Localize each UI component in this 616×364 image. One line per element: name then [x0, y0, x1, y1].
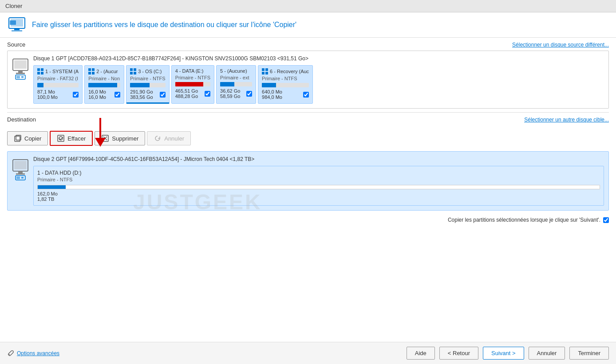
partition-checkbox-2[interactable]	[160, 92, 166, 98]
svg-rect-13	[37, 68, 40, 71]
partition-type: Primaire - ext	[220, 75, 252, 80]
dest-partition-name: 1 - DATA HDD (D:)	[37, 170, 600, 176]
svg-rect-25	[262, 68, 265, 71]
partition-sizes: 465,51 Go 488,28 Go	[175, 88, 198, 99]
svg-rect-16	[41, 72, 43, 74]
svg-rect-17	[88, 68, 91, 71]
partition-card-3[interactable]: 4 - DATA (E:) Primaire - NTFS 465,51 Go …	[171, 65, 214, 104]
partition-card-5[interactable]: 6 - Recovery (Auc Primaire - NTFS 640,0 …	[258, 65, 313, 104]
svg-rect-27	[262, 72, 265, 74]
svg-rect-45	[16, 176, 20, 179]
svg-rect-42	[18, 171, 23, 173]
partition-card-0[interactable]: 1 - SYSTEM (A Primaire - FAT32 (I 87,1 M…	[33, 65, 83, 104]
dest-size1: 162,0 Mo	[37, 191, 600, 196]
svg-rect-4	[10, 20, 16, 25]
partition-card-4[interactable]: 5 - (Aucune) Primaire - ext 36,62 Go 58,…	[216, 65, 256, 104]
partition-sizes: 16,0 Mo 16,0 Mo	[88, 89, 106, 100]
partition-type: Primaire - FAT32 (I	[37, 76, 79, 81]
svg-rect-10	[16, 76, 20, 78]
partition-sizes: 640,0 Mo 984,0 Mo	[262, 89, 282, 100]
partition-type: Primaire - NTFS	[130, 76, 165, 81]
svg-rect-26	[265, 68, 268, 71]
svg-rect-22	[134, 68, 136, 71]
windows-icon	[130, 68, 136, 74]
windows-icon	[37, 68, 43, 74]
back-button[interactable]: < Retour	[439, 347, 478, 360]
svg-rect-19	[88, 72, 91, 74]
svg-rect-24	[134, 72, 136, 74]
windows-icon	[88, 68, 95, 74]
partition-card-2[interactable]: 3 - OS (C:) Primaire - NTFS 291,90 Go 38…	[126, 65, 169, 104]
destination-label: Destination	[7, 116, 36, 123]
dest-monitor-icon	[12, 159, 29, 182]
windows-icon	[262, 68, 268, 74]
dest-disk-title: Disque 2 GPT [46F79994-10DF-4C50-A61C-16…	[33, 156, 604, 162]
partition-card-1[interactable]: 2 - (Aucur Primaire - Non 16,0 Mo 16,0 M…	[84, 65, 124, 104]
erase-button[interactable]: Effacer	[50, 131, 93, 146]
instruction-text: Faire glisser les partitions vers le dis…	[32, 21, 296, 29]
window-title: Cloner	[5, 3, 22, 9]
copy-button[interactable]: Copier	[7, 131, 48, 145]
svg-rect-20	[92, 72, 95, 74]
partition-sizes: 36,62 Go 58,59 Go	[220, 88, 240, 99]
copy-checkbox[interactable]	[603, 217, 609, 223]
red-arrow	[87, 116, 114, 151]
finish-button[interactable]: Terminer	[569, 347, 609, 360]
help-button[interactable]: Aide	[407, 347, 435, 360]
cancel-button[interactable]: Annuler	[147, 131, 191, 145]
partition-sizes: 291,90 Go 383,56 Go	[130, 89, 153, 100]
partition-name: 5 - (Aucune)	[220, 68, 247, 74]
source-link[interactable]: Sélectionner un disque source différent.…	[512, 42, 609, 48]
svg-rect-7	[18, 70, 23, 73]
partition-type: Primaire - NTFS	[262, 76, 309, 81]
svg-rect-6	[14, 60, 27, 69]
partition-name: 4 - DATA (E:)	[175, 68, 204, 74]
svg-rect-43	[16, 173, 25, 175]
partition-type: Primaire - NTFS	[175, 75, 210, 80]
dest-partition-card: 1 - DATA HDD (D:) Primaire - NTFS 162,0 …	[33, 166, 604, 206]
dest-size2: 1,82 TB	[37, 196, 600, 202]
cancel-bottom-button[interactable]: Annuler	[529, 347, 565, 360]
svg-rect-2	[14, 28, 20, 30]
partition-name: 1 - SYSTEM (A	[45, 69, 79, 74]
dest-partition-type: Primaire - NTFS	[37, 177, 600, 182]
partition-name: 3 - OS (C:)	[138, 69, 162, 74]
partition-name: 6 - Recovery (Auc	[270, 69, 309, 74]
next-button[interactable]: Suivant >	[483, 347, 524, 360]
cancel-icon	[154, 134, 162, 142]
source-monitor-icon	[12, 58, 29, 82]
svg-rect-21	[130, 68, 133, 71]
erase-icon	[57, 134, 65, 142]
partition-checkbox-3[interactable]	[205, 91, 210, 97]
svg-rect-23	[130, 72, 133, 74]
svg-rect-33	[58, 135, 64, 141]
partition-name: 2 - (Aucur	[96, 69, 118, 74]
source-disk-title: Disque 1 GPT [ACDD7E88-A023-412D-85C7-B1…	[33, 55, 604, 62]
destination-link[interactable]: Sélectionner un autre disque cible...	[524, 117, 609, 123]
instruction-icon	[7, 17, 27, 33]
svg-rect-3	[12, 30, 22, 31]
svg-rect-8	[16, 73, 25, 74]
svg-marker-30	[95, 138, 106, 147]
svg-rect-28	[265, 72, 268, 74]
svg-rect-14	[41, 68, 43, 71]
options-link[interactable]: Options avancées	[7, 350, 402, 357]
partition-checkbox-4[interactable]	[246, 91, 252, 97]
copy-checkbox-label: Copier les partitions sélectionnées lors…	[448, 217, 600, 223]
svg-rect-18	[92, 68, 95, 71]
copy-icon	[14, 134, 22, 142]
partition-sizes: 87,1 Mo 100,0 Mo	[37, 89, 58, 100]
source-label: Source	[7, 41, 25, 48]
partition-checkbox-5[interactable]	[303, 92, 309, 98]
svg-rect-41	[14, 161, 27, 169]
partition-checkbox-1[interactable]	[115, 92, 120, 98]
svg-rect-15	[37, 72, 40, 74]
svg-rect-31	[15, 136, 20, 141]
title-bar: Cloner	[0, 0, 616, 12]
partition-type: Primaire - Non	[88, 76, 120, 81]
partition-checkbox-0[interactable]	[73, 92, 79, 98]
wrench-icon	[7, 350, 14, 357]
